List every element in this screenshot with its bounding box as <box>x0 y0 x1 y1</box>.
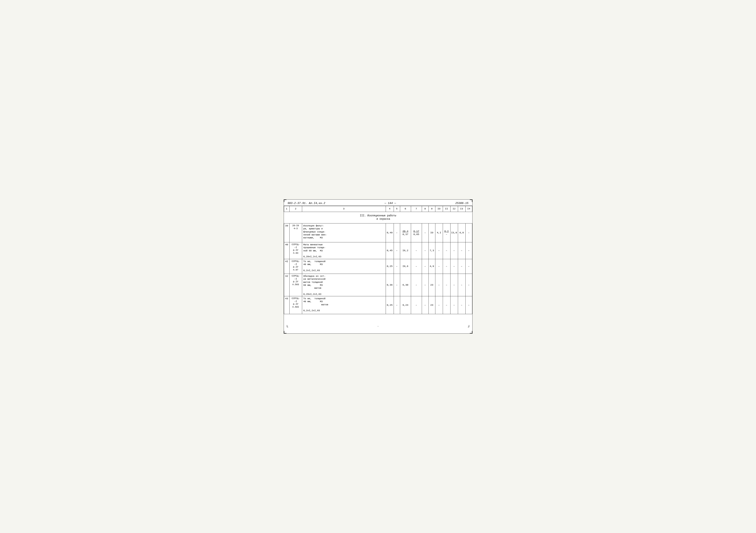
row-col11-39: 0,I– <box>443 224 450 242</box>
row-col12-40: – <box>450 242 458 259</box>
row-code-43: ССРСЦ––Iр.IУп.50I <box>289 296 302 314</box>
row-col11-40: – <box>443 242 450 259</box>
row-col8-41: – <box>422 259 428 274</box>
row-col9-42: 23 <box>428 274 435 296</box>
table-row: 39 26–I64–3 Изоляция фильт-ра, арматуры … <box>284 224 472 242</box>
row-col11-42: – <box>443 274 450 296</box>
val-col11a-39: 0,I <box>445 230 449 232</box>
row-desc-42: Обкладка из сет-ки металлическойматов то… <box>302 274 386 296</box>
row-col9-41: 4,9 <box>428 259 435 274</box>
row-col4-43: 0,25 <box>386 296 393 314</box>
row-col6-42: 6,30 <box>400 274 411 296</box>
row-col5-43: – <box>393 296 400 314</box>
row-col13-39: 6,8 <box>458 224 465 242</box>
row-col4-40: 0,45 <box>386 242 393 259</box>
row-col8-43: – <box>422 296 428 314</box>
row-col9-43: 23 <box>428 296 435 314</box>
row-desc-41: То же, толщиной40 мм, М30,2хI,2хI,03 <box>302 259 386 274</box>
row-col7-42: – <box>411 274 422 296</box>
row-num-42: 42 <box>284 274 289 296</box>
row-code-39: 26–I64–3 <box>289 224 302 242</box>
row-col6-41: I9,6 <box>400 259 411 274</box>
row-col8-39: – <box>422 224 428 242</box>
row-col11-43: – <box>443 296 450 314</box>
row-desc-40: Маты минватныепрошивные толщи-ной 60 мм,… <box>302 242 386 259</box>
row-code-42: ССРСЦ––Iр.IУп.503 <box>289 274 302 296</box>
row-desc-39: Изоляция фильт-ра, арматуры ифланцевых с… <box>302 224 386 242</box>
corner-label-br: ┘ <box>468 325 470 329</box>
empty-row <box>284 314 472 323</box>
row-col8-42: – <box>422 274 428 296</box>
col-header-9: 9 <box>428 206 435 212</box>
table-row: 4I ССРСЦ––Iр.IУп.97 То же, толщиной40 мм… <box>284 259 472 274</box>
row-col8-40: – <box>422 242 428 259</box>
row-col11-41: – <box>443 259 450 274</box>
row-col10-39: 4,I <box>435 224 443 242</box>
corner-label-bl: └ <box>286 325 288 329</box>
row-col6-40: I6,2 <box>400 242 411 259</box>
row-col12-39: I3,8 <box>450 224 458 242</box>
row-code-40: ССРСЦ––Iр.IУп.93 <box>289 242 302 259</box>
corner-tr <box>470 200 472 202</box>
row-col12-42: – <box>450 274 458 296</box>
col-header-14: I4 <box>465 206 472 212</box>
row-col6-43: 9,24 <box>400 296 411 314</box>
top-bar: 903-2-37.91. Ал.I4,кн.2 — 144 — 25306-15 <box>284 200 472 206</box>
row-col14-39: – <box>465 224 472 242</box>
row-col7-43: – <box>411 296 422 314</box>
row-col5-42: – <box>393 274 400 296</box>
row-col4-42: 0,36 <box>386 274 393 296</box>
col-header-7: 7 <box>411 206 422 212</box>
row-col10-41: – <box>435 259 443 274</box>
column-headers: 1 2 3 4 5 6 7 8 9 IO II I2 I3 I4 <box>284 206 472 212</box>
row-col14-42: – <box>465 274 472 296</box>
row-col10-43: – <box>435 296 443 314</box>
row-num-43: 43 <box>284 296 289 314</box>
col-header-11: II <box>443 206 450 212</box>
val-col7a-39: 0,17 <box>413 230 419 232</box>
row-col14-41: – <box>465 259 472 274</box>
row-col13-43: – <box>458 296 465 314</box>
row-col4-39: 0,49 <box>386 224 393 242</box>
bottom-bar: └ · ┘ <box>284 324 472 330</box>
row-col6-39: 20,48,37 <box>400 224 411 242</box>
val-col6a-39: 20,4 <box>402 230 408 232</box>
row-num-39: 39 <box>284 224 289 242</box>
row-col13-42: – <box>458 274 465 296</box>
row-col7-41: – <box>411 259 422 274</box>
section-header-row: III. Изоляционные работы и окраска <box>284 212 472 224</box>
doc-id: 903-2-37.91. Ал.I4,кн.2 <box>288 202 325 205</box>
row-col14-40: – <box>465 242 472 259</box>
row-col9-39: IO <box>428 224 435 242</box>
col-header-13: I3 <box>458 206 465 212</box>
bottom-center-dot: · <box>377 325 379 329</box>
row-col5-39: – <box>393 224 400 242</box>
corner-br <box>470 331 472 333</box>
row-code-41: ССРСЦ––Iр.IУп.97 <box>289 259 302 274</box>
corner-tl <box>284 200 286 202</box>
section-title: III. Изоляционные работы и окраска <box>284 212 472 224</box>
col-header-5: 5 <box>393 206 400 212</box>
row-desc-43: То же, толщиной40 мм, М3 матов0,2хI,2хI,… <box>302 296 386 314</box>
row-col7-40: – <box>411 242 422 259</box>
table-row: 42 ССРСЦ––Iр.IУп.503 Обкладка из сет-ки … <box>284 274 472 296</box>
row-col5-40: – <box>393 242 400 259</box>
row-col12-41: – <box>450 259 458 274</box>
col-header-3: 3 <box>302 206 386 212</box>
doc-num: 25306-15 <box>455 202 468 205</box>
row-num-40: 40 <box>284 242 289 259</box>
table-row: 43 ССРСЦ––Iр.IУп.50I То же, толщиной40 м… <box>284 296 472 314</box>
row-col9-40: 7,3 <box>428 242 435 259</box>
row-col5-41: – <box>393 259 400 274</box>
col-header-2: 2 <box>289 206 302 212</box>
col-header-8: 8 <box>422 206 428 212</box>
col-header-6: 6 <box>400 206 411 212</box>
corner-bl <box>284 331 286 333</box>
row-col13-40: – <box>458 242 465 259</box>
row-col10-42: – <box>435 274 443 296</box>
row-col7-39: 0,170,05 <box>411 224 422 242</box>
col-header-1: 1 <box>284 206 289 212</box>
row-col10-40: – <box>435 242 443 259</box>
page-num: — 144 — <box>325 202 455 205</box>
col-header-10: IO <box>435 206 443 212</box>
